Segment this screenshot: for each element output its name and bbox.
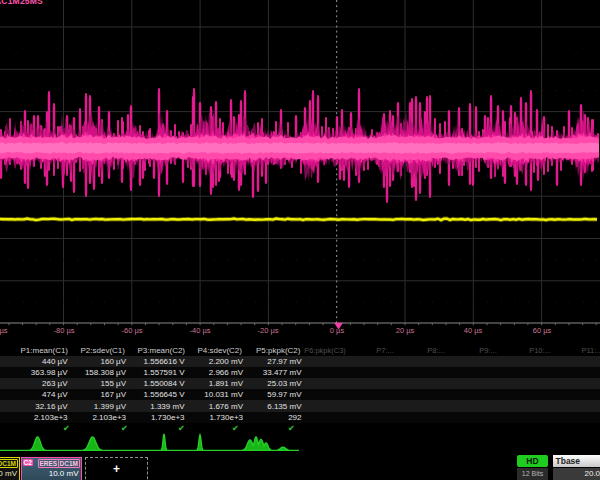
svg-text:✔: ✔ [178, 424, 185, 433]
svg-text:✔: ✔ [288, 424, 295, 433]
svg-text:✔: ✔ [232, 424, 239, 433]
svg-text:✔: ✔ [63, 424, 70, 433]
svg-text:✔: ✔ [121, 424, 128, 433]
